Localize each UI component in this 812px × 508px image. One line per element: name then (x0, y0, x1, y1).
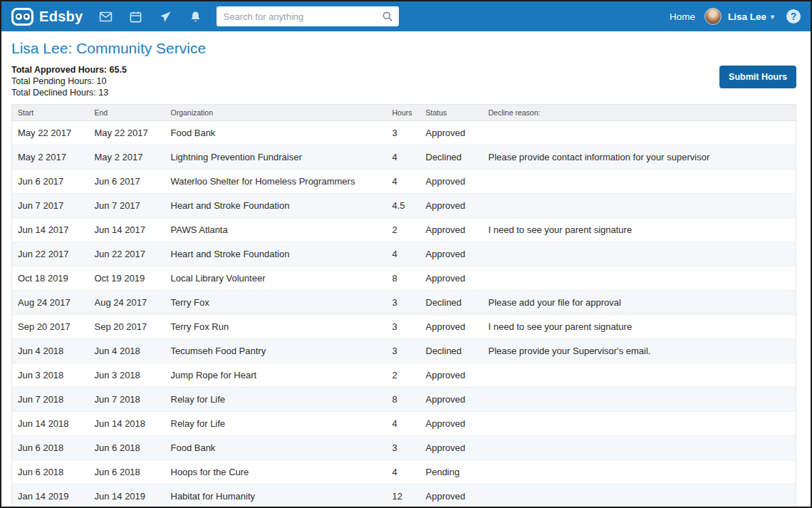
table-cell: Jun 6 2018 (12, 436, 89, 460)
table-cell: Jun 7 2017 (12, 194, 89, 218)
table-cell: Sep 20 2017 (12, 315, 89, 339)
table-row[interactable]: Jun 22 2017Jun 22 2017Heart and Stroke F… (12, 242, 796, 266)
table-cell: Hoops for the Cure (165, 460, 387, 484)
table-cell: 3 (387, 291, 420, 315)
table-cell: Aug 24 2017 (12, 291, 89, 315)
table-row[interactable]: Jun 4 2018Jun 4 2018Tecumseh Food Pantry… (12, 339, 796, 363)
table-row[interactable]: Jan 14 2019Jun 14 2019Habitat for Humani… (12, 484, 796, 508)
table-row[interactable]: Jun 7 2018Jun 7 2018Relay for Life8Appro… (12, 388, 796, 412)
table-row[interactable]: Jun 14 2018Jun 14 2018Relay for Life4App… (12, 412, 796, 436)
topbar-icon-nav (99, 10, 202, 24)
table-cell: May 22 2017 (89, 121, 165, 145)
table-cell: Jun 22 2017 (89, 242, 165, 266)
table-cell: Heart and Stroke Foundation (165, 194, 387, 218)
search-input[interactable] (217, 6, 399, 26)
table-cell (483, 436, 796, 460)
table-cell: Declined (420, 145, 483, 170)
edsby-logo[interactable]: Edsby (11, 8, 83, 26)
mail-icon[interactable] (99, 10, 113, 24)
table-cell: 2 (387, 363, 420, 388)
table-cell: May 2 2017 (12, 145, 89, 170)
table-cell: Please add your file for approval (483, 291, 796, 315)
table-cell: Approved (420, 121, 483, 145)
table-row[interactable]: Jun 7 2017Jun 7 2017Heart and Stroke Fou… (12, 194, 796, 218)
table-cell: Oct 18 2019 (12, 266, 89, 291)
table-row[interactable]: Jun 6 2018Jun 6 2018Food Bank3Approved (12, 436, 796, 460)
submit-hours-button[interactable]: Submit Hours (719, 66, 796, 88)
column-header: End (89, 105, 165, 121)
topbar-right: Home Lisa Lee ▾ ? (670, 8, 801, 25)
table-cell: Declined (420, 339, 483, 363)
table-cell: Jun 14 2018 (89, 412, 165, 436)
table-cell: May 22 2017 (12, 121, 89, 145)
table-cell: Approved (420, 363, 483, 388)
brand-name: Edsby (39, 9, 83, 25)
totals-block: Total Approved Hours: 65.5 Total Pending… (11, 64, 127, 98)
table-cell: 3 (387, 315, 420, 339)
table-cell: 8 (387, 266, 420, 291)
table-cell: 3 (387, 339, 420, 363)
table-cell: Jan 14 2019 (12, 484, 89, 508)
table-cell: 8 (387, 388, 420, 412)
table-row[interactable]: May 2 2017May 2 2017Lightning Prevention… (12, 145, 796, 170)
table-cell: Jun 6 2018 (89, 460, 165, 484)
column-header: Decline reason: (483, 105, 796, 121)
total-pending-hours: Total Pending Hours: 10 (11, 76, 127, 87)
table-row[interactable]: Aug 24 2017Aug 24 2017Terry Fox3Declined… (12, 291, 796, 315)
table-cell: Approved (420, 218, 483, 242)
table-header: StartEndOrganizationHoursStatusDecline r… (12, 105, 796, 121)
avatar[interactable] (704, 8, 722, 25)
send-icon[interactable] (159, 10, 172, 24)
table-cell: Local Library Volunteer (165, 266, 387, 291)
topbar: Edsby (1, 1, 811, 31)
table-cell: Oct 19 2019 (89, 266, 165, 291)
help-icon[interactable]: ? (786, 9, 801, 24)
table-cell: Jun 3 2018 (12, 363, 89, 388)
table-row[interactable]: Jun 3 2018Jun 3 2018Jump Rope for Heart2… (12, 363, 796, 388)
table-cell (483, 484, 796, 508)
column-header: Hours (387, 105, 420, 121)
table-cell: Approved (420, 412, 483, 436)
summary-section: Total Approved Hours: 65.5 Total Pending… (11, 64, 796, 98)
owl-eye-right (24, 14, 30, 20)
table-cell: Declined (420, 291, 483, 315)
table-row[interactable]: May 22 2017May 22 2017Food Bank3Approved (12, 121, 796, 145)
hours-table: StartEndOrganizationHoursStatusDecline r… (11, 104, 796, 508)
table-cell (483, 266, 796, 291)
search-icon[interactable] (382, 11, 393, 22)
home-link[interactable]: Home (670, 11, 695, 22)
table-cell: Relay for Life (165, 412, 387, 436)
table-cell: Jun 14 2019 (89, 484, 165, 508)
table-cell: Please provide your Supervisor's email. (483, 339, 796, 363)
table-cell: 4 (387, 145, 420, 170)
table-cell: Jun 4 2018 (12, 339, 89, 363)
table-cell (483, 460, 796, 484)
table-cell (483, 363, 796, 388)
table-cell: Heart and Stroke Foundation (165, 242, 387, 266)
table-row[interactable]: Sep 20 2017Sep 20 2017Terry Fox Run3Appr… (12, 315, 796, 339)
user-menu[interactable]: Lisa Lee ▾ (728, 11, 774, 22)
table-row[interactable]: Jun 6 2018Jun 6 2018Hoops for the Cure4P… (12, 460, 796, 484)
table-row[interactable]: Oct 18 2019Oct 19 2019Local Library Volu… (12, 266, 796, 291)
table-cell: Jun 6 2018 (89, 436, 165, 460)
table-cell: 2 (387, 218, 420, 242)
bell-icon[interactable] (189, 10, 202, 24)
table-cell: Food Bank (165, 121, 387, 145)
table-cell: Aug 24 2017 (89, 291, 165, 315)
total-declined-hours: Total Declined Hours: 13 (11, 87, 127, 98)
owl-eye-left (16, 14, 22, 20)
table-cell (483, 121, 796, 145)
table-cell: Approved (420, 315, 483, 339)
table-cell (483, 170, 796, 194)
table-cell: Jun 14 2018 (12, 412, 89, 436)
calendar-icon[interactable] (129, 10, 142, 24)
table-row[interactable]: Jun 14 2017Jun 14 2017PAWS Atlanta2Appro… (12, 218, 796, 242)
app-window: Edsby (0, 0, 812, 508)
table-cell: Jun 7 2018 (12, 388, 89, 412)
table-row[interactable]: Jun 6 2017Jun 6 2017Waterloo Shelter for… (12, 170, 796, 194)
table-cell: Approved (420, 388, 483, 412)
table-cell: Jun 6 2017 (89, 170, 165, 194)
table-cell (483, 412, 796, 436)
table-cell: Lightning Prevention Fundraiser (165, 145, 387, 170)
table-cell: Approved (420, 242, 483, 266)
